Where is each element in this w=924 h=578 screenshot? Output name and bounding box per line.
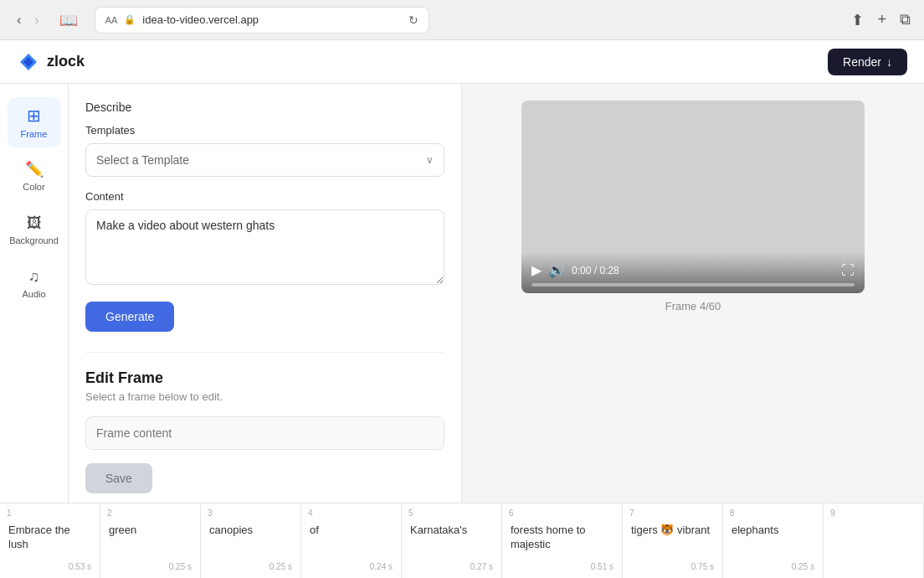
browser-nav: ‹ › bbox=[13, 9, 43, 31]
film-card[interactable]: 6forests home to majestic0.51 s bbox=[502, 503, 623, 578]
frame-counter: Frame 4/60 bbox=[665, 300, 721, 312]
film-card-text: elephants bbox=[732, 524, 814, 559]
frame-icon: ⊞ bbox=[27, 106, 41, 126]
film-card-text: forests home to majestic bbox=[511, 524, 613, 559]
render-label: Render bbox=[843, 55, 881, 69]
content-textarea[interactable]: Make a video about western ghats bbox=[85, 209, 444, 285]
back-button[interactable]: ‹ bbox=[13, 9, 24, 31]
video-player: ▶ 🔊 0:00 / 0:28 ⛶ bbox=[521, 101, 865, 293]
film-card-text: Karnataka's bbox=[410, 524, 493, 559]
tabs-button[interactable]: ⧉ bbox=[900, 11, 911, 28]
film-card[interactable]: 1Embrace the lush0.53 s bbox=[0, 503, 100, 578]
share-button[interactable]: ⬆ bbox=[851, 11, 864, 29]
film-card[interactable]: 2green0.25 s bbox=[100, 503, 201, 578]
template-select-wrapper: Select a Template ∨ bbox=[85, 143, 444, 177]
content-label: Content bbox=[85, 190, 444, 203]
template-placeholder: Select a Template bbox=[96, 153, 189, 167]
fullscreen-button[interactable]: ⛶ bbox=[841, 263, 855, 278]
film-card-number: 3 bbox=[208, 508, 213, 518]
film-card-text: of bbox=[310, 524, 393, 559]
film-card-duration: 0.25 s bbox=[109, 562, 192, 571]
color-icon: ✏️ bbox=[25, 160, 44, 178]
film-card-number: 9 bbox=[830, 508, 835, 518]
film-card[interactable]: 4of0.24 s bbox=[301, 503, 402, 578]
film-card-duration: 0.24 s bbox=[310, 562, 393, 571]
describe-title: Describe bbox=[85, 101, 444, 114]
time-current: 0:00 bbox=[572, 265, 591, 276]
sidebar-item-background[interactable]: 🖼 Background bbox=[8, 204, 61, 255]
color-label: Color bbox=[23, 182, 44, 192]
generate-button[interactable]: Generate bbox=[85, 302, 174, 332]
film-card-duration: 0.53 s bbox=[8, 562, 91, 571]
logo-text: zlock bbox=[47, 53, 85, 70]
forward-button[interactable]: › bbox=[31, 9, 42, 31]
address-bar[interactable]: AA 🔒 idea-to-video.vercel.app ↻ bbox=[95, 7, 429, 34]
logo-icon bbox=[17, 50, 40, 74]
film-card-text: green bbox=[109, 524, 192, 559]
film-card-duration: 0.51 s bbox=[511, 562, 613, 571]
background-label: Background bbox=[9, 235, 59, 245]
progress-bar[interactable] bbox=[531, 283, 855, 286]
browser-actions: ⬆ + ⧉ bbox=[851, 11, 911, 29]
url-text: idea-to-video.vercel.app bbox=[142, 13, 259, 26]
film-card-text: canopies bbox=[209, 524, 292, 559]
background-icon: 🖼 bbox=[27, 214, 42, 232]
page-body: ⊞ Frame ✏️ Color 🖼 Background ♫ Audio De… bbox=[0, 84, 924, 578]
add-tab-button[interactable]: + bbox=[877, 11, 886, 28]
chevron-down-icon: ∨ bbox=[426, 154, 434, 166]
video-controls: ▶ 🔊 0:00 / 0:28 ⛶ bbox=[521, 252, 865, 293]
audio-icon: ♫ bbox=[28, 268, 40, 286]
render-button[interactable]: Render ↓ bbox=[828, 49, 907, 75]
book-icon: 📖 bbox=[59, 11, 78, 29]
sidebar-item-audio[interactable]: ♫ Audio bbox=[8, 258, 61, 308]
film-card-duration: 0.75 s bbox=[631, 562, 714, 571]
browser-chrome: ‹ › 📖 AA 🔒 idea-to-video.vercel.app ↻ ⬆ … bbox=[0, 0, 924, 40]
lock-icon: 🔒 bbox=[124, 14, 136, 25]
sidebar-item-color[interactable]: ✏️ Color bbox=[8, 151, 61, 201]
aa-label: AA bbox=[105, 15, 118, 25]
controls-row: ▶ 🔊 0:00 / 0:28 ⛶ bbox=[531, 262, 855, 278]
film-card-number: 4 bbox=[308, 508, 313, 518]
film-card[interactable]: 3canopies0.25 s bbox=[201, 503, 301, 578]
film-card-number: 6 bbox=[509, 508, 514, 518]
film-card[interactable]: 7tigers 🐯 vibrant0.75 s bbox=[623, 503, 723, 578]
divider bbox=[85, 352, 444, 353]
volume-button[interactable]: 🔊 bbox=[548, 262, 565, 278]
render-arrow-icon: ↓ bbox=[886, 55, 892, 69]
filmstrip: 1Embrace the lush0.53 s2green0.25 s3cano… bbox=[0, 503, 924, 578]
film-card-text: Embrace the lush bbox=[8, 524, 91, 559]
film-card-duration: 0.25 s bbox=[209, 562, 292, 571]
film-card-number: 1 bbox=[7, 508, 12, 518]
templates-label: Templates bbox=[85, 124, 444, 137]
sidebar-item-frame[interactable]: ⊞ Frame bbox=[8, 97, 61, 147]
film-card-number: 7 bbox=[629, 508, 634, 518]
film-card-text: tigers 🐯 vibrant bbox=[631, 524, 714, 559]
edit-frame-title: Edit Frame bbox=[85, 369, 444, 387]
app-container: zlock Render ↓ ⊞ Frame ✏️ Color 🖼 Backgr… bbox=[0, 40, 924, 578]
frame-content-input[interactable] bbox=[85, 416, 444, 450]
frame-label: Frame bbox=[21, 129, 48, 139]
time-display: 0:00 / 0:28 bbox=[572, 265, 834, 276]
save-button[interactable]: Save bbox=[85, 463, 152, 493]
template-select[interactable]: Select a Template ∨ bbox=[85, 143, 444, 177]
edit-frame-subtitle: Select a frame below to edit. bbox=[85, 390, 444, 403]
logo-area: zlock bbox=[17, 50, 85, 74]
film-card-text bbox=[832, 524, 915, 568]
refresh-icon[interactable]: ↻ bbox=[408, 13, 418, 27]
film-card-number: 5 bbox=[408, 508, 413, 518]
film-card-duration: 0.27 s bbox=[410, 562, 493, 571]
film-card-number: 2 bbox=[107, 508, 112, 518]
audio-label: Audio bbox=[22, 289, 45, 299]
time-total: 0:28 bbox=[599, 265, 619, 276]
film-card[interactable]: 5Karnataka's0.27 s bbox=[402, 503, 502, 578]
film-card[interactable]: 8elephants0.25 s bbox=[723, 503, 824, 578]
app-header: zlock Render ↓ bbox=[0, 40, 924, 84]
film-card-duration: 0.25 s bbox=[732, 562, 814, 571]
film-card-number: 8 bbox=[730, 508, 735, 518]
play-button[interactable]: ▶ bbox=[531, 262, 542, 278]
film-card[interactable]: 9 bbox=[824, 503, 924, 578]
